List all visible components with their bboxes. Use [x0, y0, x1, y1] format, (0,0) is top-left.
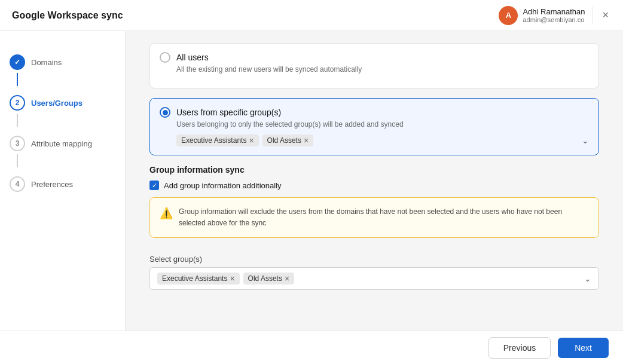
select-groups-dropdown-arrow[interactable]: ⌄ — [584, 274, 591, 283]
sidebar-item-domains[interactable]: ✓ Domains — [10, 45, 115, 73]
warning-text: Group information will exclude the users… — [179, 206, 589, 229]
step-label-1: Domains — [31, 50, 62, 68]
tag-old-assets: Old Assets × — [262, 134, 314, 146]
header-divider — [592, 7, 593, 25]
select-tag-label-1: Executive Assistants — [162, 274, 227, 283]
select-tag-executive-assistants: Executive Assistants × — [157, 273, 240, 285]
specific-groups-radio[interactable] — [160, 107, 170, 118]
checkbox-checkmark: ✓ — [152, 182, 157, 189]
select-groups-section: Select group(s) Executive Assistants × O… — [149, 255, 599, 290]
user-info: A Adhi Ramanathan admin@sembiyan.co — [499, 6, 585, 25]
specific-groups-desc: Users belonging to only the selected gro… — [176, 120, 589, 129]
user-email: admin@sembiyan.co — [523, 16, 585, 23]
connector-1-2 — [17, 73, 18, 86]
sidebar: ✓ Domains 2 Users/Groups 3 Attribute map… — [0, 31, 126, 331]
sidebar-item-preferences[interactable]: 4 Preferences — [10, 167, 115, 195]
groups-dropdown-arrow[interactable]: ⌄ — [582, 136, 589, 145]
step-circle-1: ✓ — [10, 54, 25, 70]
page-title: Google Workspace sync — [12, 10, 123, 21]
group-sync-checkbox-label: Add group information additionally — [164, 181, 282, 190]
group-sync-title: Group information sync — [149, 165, 599, 175]
step-label-4: Preferences — [31, 172, 73, 190]
previous-button[interactable]: Previous — [488, 337, 551, 359]
tag-remove-executive-assistants[interactable]: × — [249, 136, 254, 145]
select-groups-box[interactable]: Executive Assistants × Old Assets × ⌄ — [149, 267, 599, 290]
content-area: All users All the existing and new users… — [126, 31, 623, 331]
close-icon: × — [602, 9, 609, 22]
select-groups-label: Select group(s) — [149, 255, 599, 264]
all-users-desc: All the existing and new users will be s… — [176, 65, 589, 74]
close-button[interactable]: × — [600, 7, 611, 24]
group-sync-section: Group information sync ✓ Add group infor… — [149, 165, 599, 245]
header: Google Workspace sync A Adhi Ramanathan … — [0, 0, 623, 31]
warning-icon: ⚠️ — [160, 207, 173, 229]
next-button[interactable]: Next — [558, 338, 609, 358]
step-label-2: Users/Groups — [31, 91, 83, 109]
specific-groups-option[interactable]: Users from specific group(s) Users belon… — [149, 98, 599, 155]
all-users-header: All users — [160, 52, 589, 63]
radio-inner-dot — [163, 110, 168, 115]
group-sync-checkbox-row[interactable]: ✓ Add group information additionally — [149, 181, 599, 190]
user-details: Adhi Ramanathan admin@sembiyan.co — [523, 7, 585, 23]
all-users-option[interactable]: All users All the existing and new users… — [149, 43, 599, 88]
group-sync-checkbox[interactable]: ✓ — [149, 181, 159, 190]
tag-label-1: Executive Assistants — [181, 136, 246, 145]
user-name: Adhi Ramanathan — [523, 7, 585, 16]
select-tag-remove-2[interactable]: × — [285, 274, 289, 283]
tag-label-2: Old Assets — [267, 136, 301, 145]
select-tag-old-assets: Old Assets × — [243, 273, 295, 285]
select-tag-remove-1[interactable]: × — [230, 274, 234, 283]
footer: Previous Next — [0, 331, 623, 364]
checkmark-icon: ✓ — [14, 58, 20, 66]
specific-groups-title: Users from specific group(s) — [176, 108, 281, 117]
select-tag-label-2: Old Assets — [248, 274, 282, 283]
sidebar-item-users-groups[interactable]: 2 Users/Groups — [10, 86, 115, 114]
main-layout: ✓ Domains 2 Users/Groups 3 Attribute map… — [0, 31, 623, 331]
step-label-3: Attribute mapping — [31, 131, 92, 149]
specific-groups-tags: Executive Assistants × Old Assets × ⌄ — [176, 134, 589, 146]
connector-3-4 — [17, 154, 18, 167]
warning-box: ⚠️ Group information will exclude the us… — [149, 197, 599, 238]
connector-2-3 — [17, 114, 18, 127]
all-users-title: All users — [176, 53, 209, 62]
tag-remove-old-assets[interactable]: × — [304, 136, 309, 145]
step-circle-3: 3 — [10, 136, 25, 151]
tag-executive-assistants: Executive Assistants × — [176, 134, 259, 146]
avatar: A — [499, 6, 518, 25]
step-circle-4: 4 — [10, 176, 25, 192]
header-right: A Adhi Ramanathan admin@sembiyan.co × — [499, 6, 611, 25]
specific-groups-header: Users from specific group(s) — [160, 107, 589, 118]
sidebar-item-attribute-mapping[interactable]: 3 Attribute mapping — [10, 127, 115, 154]
all-users-radio[interactable] — [160, 52, 170, 63]
step-circle-2: 2 — [10, 95, 25, 111]
